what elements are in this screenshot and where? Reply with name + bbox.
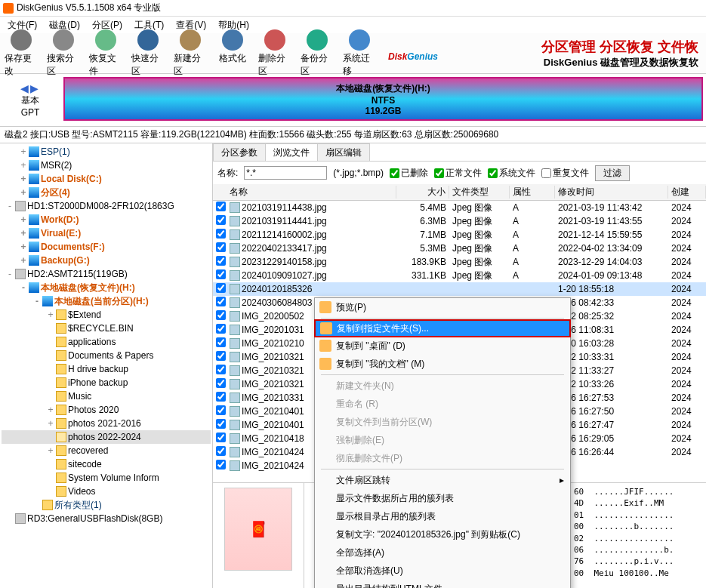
tree-item[interactable]: -HD2:ASMT2115(119GB)	[2, 267, 211, 281]
tree-item[interactable]: +Local Disk(C:)	[2, 172, 211, 186]
tree-item[interactable]: H drive backup	[2, 362, 211, 376]
cb-normal[interactable]: 正常文件	[434, 167, 482, 180]
tree-item[interactable]: photos 2022-2024	[2, 430, 211, 444]
tree-item[interactable]: +分区(4)	[2, 186, 211, 199]
file-row[interactable]: 20231229140158.jpg183.9KBJpeg 图像A2023-12…	[213, 255, 706, 269]
tree-item[interactable]: Videos	[2, 485, 211, 498]
context-menu-item[interactable]: 全部取消选择(U)	[315, 562, 570, 580]
tree-item[interactable]: iPhone backup	[2, 376, 211, 389]
row-checkbox[interactable]	[216, 392, 226, 402]
col-attr[interactable]: 属性	[510, 186, 555, 199]
context-menu-item[interactable]: 复制到 "我的文档" (M)	[315, 355, 570, 373]
context-menu-item[interactable]: 显示根目录占用的簇列表	[315, 507, 570, 525]
tree-item[interactable]: 所有类型(1)	[2, 498, 211, 512]
tree-item[interactable]: applications	[2, 335, 211, 349]
row-checkbox[interactable]	[216, 202, 226, 211]
row-checkbox[interactable]	[216, 297, 226, 306]
name-filter-input[interactable]	[244, 166, 327, 180]
expand-icon[interactable]: -	[5, 201, 15, 211]
context-menu-item[interactable]: 导出目录结构到HTML文件	[315, 580, 570, 588]
row-checkbox[interactable]	[216, 433, 226, 442]
tree-item[interactable]: Documents & Papers	[2, 349, 211, 362]
toolbar-button[interactable]: 删除分区	[254, 28, 296, 79]
row-checkbox[interactable]	[216, 337, 226, 347]
tree-item[interactable]: +ESP(1)	[2, 145, 211, 159]
expand-icon[interactable]: +	[18, 187, 29, 198]
expand-icon[interactable]: +	[45, 309, 56, 320]
cb-deleted[interactable]: 已删除	[390, 167, 428, 180]
tab[interactable]: 分区参数	[213, 143, 266, 161]
partition-box[interactable]: 本地磁盘(恢复文件)(H:) NTFS 119.2GB	[63, 77, 703, 121]
col-name[interactable]: 名称	[227, 186, 396, 199]
expand-icon[interactable]: +	[45, 405, 56, 415]
context-menu-item[interactable]: 预览(P)	[315, 298, 570, 316]
file-row[interactable]: 20210319114441.jpg6.3MBJpeg 图像A2021-03-1…	[213, 214, 706, 228]
row-checkbox[interactable]	[216, 242, 226, 252]
toolbar-button[interactable]: 恢复文件	[85, 28, 127, 79]
file-row[interactable]: 20220402133417.jpg5.3MBJpeg 图像A2022-04-0…	[213, 242, 706, 255]
context-menu-item[interactable]: 全部选择(A)	[315, 543, 570, 562]
row-checkbox[interactable]	[216, 351, 226, 361]
file-list-header[interactable]: 名称 大小 文件类型 属性 修改时间 创建	[213, 184, 706, 201]
filter-button[interactable]: 过滤	[595, 165, 630, 181]
cb-repeat[interactable]: 重复文件	[541, 167, 589, 180]
tree-item[interactable]: +$Extend	[2, 308, 211, 322]
row-checkbox[interactable]	[216, 324, 226, 334]
context-menu-item[interactable]: 复制到 "桌面" (D)	[315, 337, 570, 355]
tab[interactable]: 扇区编辑	[317, 143, 370, 161]
row-checkbox[interactable]	[216, 446, 226, 456]
toolbar-button[interactable]: 备份分区	[296, 28, 338, 79]
disk-tree[interactable]: +ESP(1)+MSR(2)+Local Disk(C:)+分区(4)-HD1:…	[0, 143, 213, 588]
expand-icon[interactable]: +	[18, 255, 29, 266]
expand-icon[interactable]: -	[18, 282, 29, 293]
expand-icon[interactable]: +	[45, 418, 56, 429]
col-type[interactable]: 文件类型	[449, 186, 510, 199]
expand-icon[interactable]: +	[18, 160, 29, 171]
tree-item[interactable]: Music	[2, 389, 211, 403]
tree-item[interactable]: -本地磁盘(恢复文件)(H:)	[2, 281, 211, 294]
col-ctime[interactable]: 创建	[668, 186, 706, 199]
toolbar-button[interactable]: 搜索分区	[42, 28, 85, 79]
file-row[interactable]: 20211214160002.jpg7.1MBJpeg 图像A2021-12-1…	[213, 228, 706, 242]
tree-item[interactable]: +Backup(G:)	[2, 254, 211, 267]
expand-icon[interactable]: -	[32, 296, 42, 306]
tree-item[interactable]: $RECYCLE.BIN	[2, 322, 211, 335]
tree-item[interactable]: +Photos 2020	[2, 403, 211, 417]
tree-item[interactable]: +MSR(2)	[2, 159, 211, 172]
context-menu-item[interactable]: 文件扇区跳转▸	[315, 471, 570, 489]
tree-item[interactable]: +photos 2021-2016	[2, 417, 211, 430]
tree-item[interactable]: -HD1:ST2000DM008-2FR102(1863G	[2, 199, 211, 213]
row-checkbox[interactable]	[216, 405, 226, 415]
expand-icon[interactable]: +	[18, 228, 29, 239]
tab[interactable]: 浏览文件	[265, 143, 318, 161]
context-menu-item[interactable]: 复制文字: "20240120185326.jpg" 到剪贴板(C)	[315, 525, 570, 543]
toolbar-button[interactable]: 系统迁移	[338, 28, 381, 79]
row-checkbox[interactable]	[216, 365, 226, 374]
toolbar-button[interactable]: 新建分区	[169, 28, 211, 79]
toolbar-button[interactable]: 格式化	[211, 28, 254, 79]
row-checkbox[interactable]	[216, 256, 226, 266]
row-checkbox[interactable]	[216, 215, 226, 225]
file-row[interactable]: 202401201853261-20 18:55:182024	[213, 282, 706, 296]
expand-icon[interactable]: +	[18, 174, 29, 184]
cb-system[interactable]: 系统文件	[488, 167, 535, 180]
tree-item[interactable]: +Documents(F:)	[2, 240, 211, 254]
expand-icon[interactable]: +	[18, 214, 29, 225]
tree-item[interactable]: System Volume Inform	[2, 471, 211, 485]
ascii-view[interactable]: 60 ......JFIF...... 4D ......Exif..MM 01…	[570, 483, 706, 588]
tree-item[interactable]: +Work(D:)	[2, 213, 211, 226]
row-checkbox[interactable]	[216, 283, 226, 293]
expand-icon[interactable]: -	[5, 269, 15, 279]
file-row[interactable]: 20240109091027.jpg331.1KBJpeg 图像A2024-01…	[213, 269, 706, 282]
row-checkbox[interactable]	[216, 378, 226, 388]
tree-item[interactable]: +Virual(E:)	[2, 226, 211, 240]
tree-item[interactable]: RD3:GeneralUSBFlashDisk(8GB)	[2, 512, 211, 525]
toolbar-button[interactable]: 快速分区	[127, 28, 169, 79]
row-checkbox[interactable]	[216, 310, 226, 320]
row-checkbox[interactable]	[216, 269, 226, 279]
row-checkbox[interactable]	[216, 229, 226, 239]
file-row[interactable]: 20210319114438.jpg5.4MBJpeg 图像A2021-03-1…	[213, 201, 706, 214]
expand-icon[interactable]: +	[18, 242, 29, 252]
context-menu-item[interactable]: 复制到指定文件夹(S)...	[314, 319, 571, 337]
expand-icon[interactable]: +	[18, 146, 29, 157]
